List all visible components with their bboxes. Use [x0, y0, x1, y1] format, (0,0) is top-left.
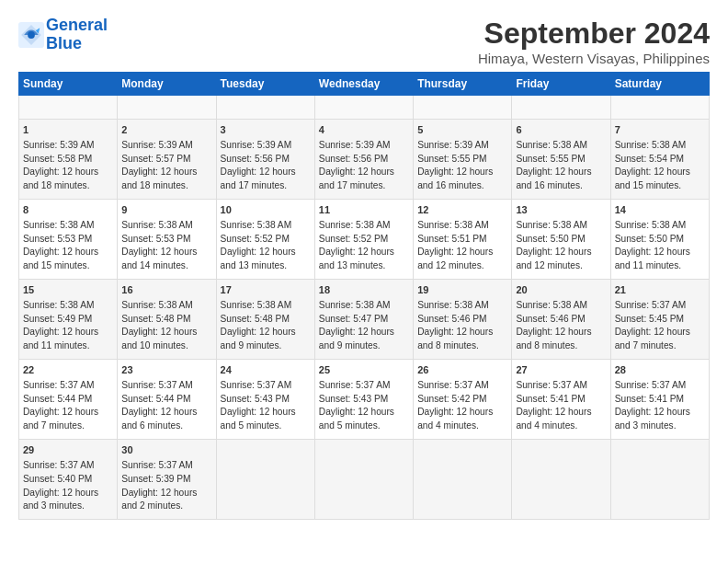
calendar-cell: 27Sunrise: 5:37 AMSunset: 5:41 PMDayligh… [512, 359, 610, 439]
day-number: 14 [615, 203, 705, 218]
day-number: 20 [516, 283, 606, 298]
daylight-label: Daylight: 12 hours [319, 407, 394, 417]
daylight-label: Daylight: 12 hours [417, 167, 493, 177]
sunrise-label: Sunrise: 5:39 AM [417, 140, 489, 150]
daylight-label: Daylight: 12 hours [417, 247, 493, 257]
daylight-label: Daylight: 12 hours [615, 407, 690, 417]
sunset-label: Sunset: 5:58 PM [23, 154, 92, 164]
svg-point-2 [28, 31, 35, 39]
day-number: 13 [516, 203, 606, 218]
sunset-label: Sunset: 5:43 PM [221, 394, 290, 404]
col-sunday: Sunday [19, 73, 118, 96]
daylight-label: Daylight: 12 hours [121, 167, 197, 177]
daylight-minutes: and 16 minutes. [417, 180, 484, 190]
sunrise-label: Sunrise: 5:39 AM [121, 140, 193, 150]
calendar-week-5: 29Sunrise: 5:37 AMSunset: 5:40 PMDayligh… [19, 440, 710, 520]
sunrise-label: Sunrise: 5:39 AM [23, 140, 95, 150]
main-title: September 2024 [478, 17, 710, 51]
daylight-label: Daylight: 12 hours [615, 247, 690, 257]
calendar-cell: 19Sunrise: 5:38 AMSunset: 5:46 PMDayligh… [414, 279, 512, 359]
daylight-label: Daylight: 12 hours [121, 327, 197, 337]
calendar-cell: 5Sunrise: 5:39 AMSunset: 5:55 PMDaylight… [414, 119, 512, 199]
logo-text: General Blue [46, 17, 108, 53]
page: General Blue September 2024 Himaya, West… [0, 0, 728, 563]
daylight-minutes: and 8 minutes. [516, 340, 577, 350]
col-monday: Monday [118, 73, 216, 96]
calendar-cell: 7Sunrise: 5:38 AMSunset: 5:54 PMDaylight… [610, 119, 709, 199]
daylight-label: Daylight: 12 hours [221, 167, 296, 177]
day-number: 30 [121, 443, 211, 458]
day-number: 23 [121, 363, 211, 378]
daylight-minutes: and 9 minutes. [319, 340, 381, 350]
calendar-cell [414, 440, 512, 520]
daylight-minutes: and 12 minutes. [417, 260, 484, 270]
calendar-cell: 21Sunrise: 5:37 AMSunset: 5:45 PMDayligh… [610, 279, 709, 359]
daylight-label: Daylight: 12 hours [23, 407, 98, 417]
sunrise-label: Sunrise: 5:37 AM [121, 380, 193, 390]
logo-icon [18, 22, 44, 48]
sunset-label: Sunset: 5:40 PM [23, 474, 92, 484]
sunrise-label: Sunrise: 5:38 AM [319, 300, 391, 310]
daylight-label: Daylight: 12 hours [516, 167, 591, 177]
calendar-table: Sunday Monday Tuesday Wednesday Thursday… [18, 72, 710, 520]
col-friday: Friday [512, 73, 610, 96]
daylight-minutes: and 8 minutes. [417, 340, 479, 350]
sunset-label: Sunset: 5:48 PM [121, 314, 190, 324]
sunset-label: Sunset: 5:52 PM [319, 234, 388, 244]
calendar-cell: 2Sunrise: 5:39 AMSunset: 5:57 PMDaylight… [118, 119, 216, 199]
daylight-minutes: and 3 minutes. [23, 500, 85, 511]
calendar-cell: 15Sunrise: 5:38 AMSunset: 5:49 PMDayligh… [19, 279, 118, 359]
daylight-minutes: and 18 minutes. [23, 180, 90, 190]
daylight-label: Daylight: 12 hours [221, 247, 296, 257]
sunset-label: Sunset: 5:47 PM [319, 314, 388, 324]
calendar-cell: 23Sunrise: 5:37 AMSunset: 5:44 PMDayligh… [118, 359, 216, 439]
calendar-cell [19, 96, 118, 120]
col-thursday: Thursday [414, 73, 512, 96]
calendar-cell: 11Sunrise: 5:38 AMSunset: 5:52 PMDayligh… [314, 199, 413, 279]
calendar-cell: 3Sunrise: 5:39 AMSunset: 5:56 PMDaylight… [216, 119, 314, 199]
calendar-cell: 17Sunrise: 5:38 AMSunset: 5:48 PMDayligh… [216, 279, 314, 359]
sunrise-label: Sunrise: 5:38 AM [417, 220, 489, 230]
day-number: 25 [319, 363, 409, 378]
sunset-label: Sunset: 5:53 PM [121, 234, 190, 244]
daylight-label: Daylight: 12 hours [23, 488, 98, 498]
sunrise-label: Sunrise: 5:37 AM [615, 380, 687, 390]
day-number: 16 [121, 283, 211, 298]
sunset-label: Sunset: 5:54 PM [615, 154, 684, 164]
sunset-label: Sunset: 5:52 PM [221, 234, 290, 244]
sunrise-label: Sunrise: 5:38 AM [221, 220, 292, 230]
daylight-label: Daylight: 12 hours [516, 407, 591, 417]
daylight-label: Daylight: 12 hours [23, 167, 98, 177]
calendar-cell [118, 96, 216, 120]
sunset-label: Sunset: 5:41 PM [615, 394, 684, 404]
sunrise-label: Sunrise: 5:37 AM [417, 380, 489, 390]
calendar-cell [216, 440, 314, 520]
calendar-cell [414, 96, 512, 120]
daylight-label: Daylight: 12 hours [221, 327, 296, 337]
calendar-cell [314, 96, 413, 120]
title-block: September 2024 Himaya, Western Visayas, … [478, 17, 710, 66]
daylight-minutes: and 3 minutes. [615, 420, 677, 431]
sunrise-label: Sunrise: 5:38 AM [615, 140, 687, 150]
sunset-label: Sunset: 5:56 PM [221, 154, 290, 164]
daylight-minutes: and 10 minutes. [121, 340, 188, 350]
calendar-cell: 16Sunrise: 5:38 AMSunset: 5:48 PMDayligh… [118, 279, 216, 359]
day-number: 27 [516, 363, 606, 378]
day-number: 5 [417, 123, 507, 138]
calendar-cell: 18Sunrise: 5:38 AMSunset: 5:47 PMDayligh… [314, 279, 413, 359]
day-number: 1 [23, 123, 113, 138]
sunrise-label: Sunrise: 5:38 AM [516, 300, 587, 310]
calendar-cell: 20Sunrise: 5:38 AMSunset: 5:46 PMDayligh… [512, 279, 610, 359]
daylight-minutes: and 4 minutes. [516, 420, 577, 431]
sunset-label: Sunset: 5:53 PM [23, 234, 92, 244]
calendar-week-0 [19, 96, 710, 120]
sunrise-label: Sunrise: 5:37 AM [221, 380, 292, 390]
sunset-label: Sunset: 5:45 PM [615, 314, 684, 324]
calendar-cell: 9Sunrise: 5:38 AMSunset: 5:53 PMDaylight… [118, 199, 216, 279]
calendar-cell: 8Sunrise: 5:38 AMSunset: 5:53 PMDaylight… [19, 199, 118, 279]
sunrise-label: Sunrise: 5:37 AM [319, 380, 391, 390]
daylight-label: Daylight: 12 hours [23, 327, 98, 337]
daylight-minutes: and 17 minutes. [319, 180, 386, 190]
col-tuesday: Tuesday [216, 73, 314, 96]
sunrise-label: Sunrise: 5:37 AM [121, 460, 193, 470]
